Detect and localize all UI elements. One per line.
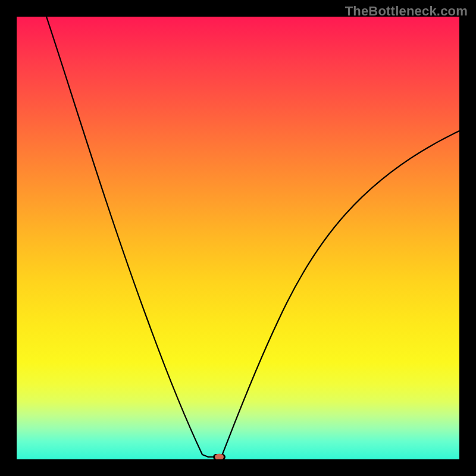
curve-right-branch [221,131,459,457]
curve-left-branch [46,17,208,457]
plot-area [17,17,459,459]
chart-svg [17,17,459,459]
chart-frame: TheBottleneck.com [0,0,476,476]
